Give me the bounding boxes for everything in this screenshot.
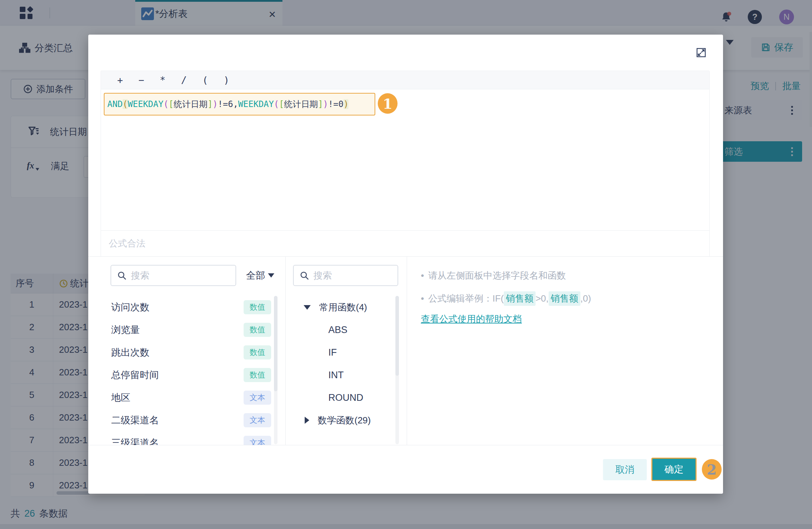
formula-token: !=0 xyxy=(328,99,344,109)
formula-editor: +−*/() AND(WEEKDAY([统计日期])!=6,WEEKDAY([统… xyxy=(101,71,710,256)
operator-button[interactable]: − xyxy=(138,75,144,85)
operator-toolbar: +−*/() xyxy=(101,71,709,89)
field-item[interactable]: 地区文本 xyxy=(88,386,285,409)
field-item[interactable]: 总停留时间数值 xyxy=(88,364,285,386)
formula-token: ] xyxy=(208,99,213,109)
field-item[interactable]: 访问次数数值 xyxy=(88,296,285,319)
field-item[interactable]: 三级渠道名文本 xyxy=(88,432,285,445)
function-item[interactable]: IF xyxy=(285,341,407,364)
field-name: 访问次数 xyxy=(111,301,149,314)
chevron-down-icon xyxy=(268,273,274,278)
functions-panel: 搜索 常用函数(4)ABSIFINTROUND数学函数(29) xyxy=(285,256,407,445)
field-name: 地区 xyxy=(111,391,130,404)
search-icon xyxy=(117,271,127,280)
operator-button[interactable]: / xyxy=(181,75,187,85)
formula-editor-dialog: +−*/() AND(WEEKDAY([统计日期])!=6,WEEKDAY([统… xyxy=(88,35,723,494)
formula-help-link[interactable]: 查看公式使用的帮助文档 xyxy=(421,313,522,325)
annotation-badge-1: 1 xyxy=(378,93,398,114)
help-text: >0, xyxy=(536,293,549,304)
formula-status-bar: 公式合法 xyxy=(101,230,709,256)
field-type-badge: 文本 xyxy=(244,436,271,445)
formula-token: [ xyxy=(279,99,284,109)
formula-token: ( xyxy=(123,99,127,109)
fields-search-input[interactable]: 搜索 xyxy=(111,265,236,286)
formula-token: WEEKDAY xyxy=(238,99,274,109)
operator-button[interactable]: ) xyxy=(223,75,229,85)
formula-token: ] xyxy=(318,99,323,109)
formula-token: AND xyxy=(107,99,123,109)
function-name: IF xyxy=(328,347,337,358)
formula-token: WEEKDAY xyxy=(128,99,163,109)
function-group-label: 数学函数(29) xyxy=(318,414,371,427)
field-chip: 销售额 xyxy=(504,291,536,306)
help-text: 公式编辑举例：IF( xyxy=(428,292,504,305)
field-type-badge: 文本 xyxy=(244,413,271,427)
field-item[interactable]: 跳出次数数值 xyxy=(88,341,285,364)
function-group-label: 常用函数(4) xyxy=(319,301,367,314)
field-type-badge: 数值 xyxy=(244,368,271,382)
function-item[interactable]: ABS xyxy=(285,319,407,341)
field-name: 浏览量 xyxy=(111,323,140,336)
divider xyxy=(88,445,723,445)
field-chip: 销售额 xyxy=(549,291,580,306)
field-type-filter-dropdown[interactable]: 全部 xyxy=(246,265,274,286)
formula-status-text: 公式合法 xyxy=(109,237,145,250)
formula-token: [ xyxy=(168,99,173,109)
formula-token: ) xyxy=(323,99,328,109)
functions-scrollbar[interactable] xyxy=(395,296,399,444)
formula-token: ( xyxy=(274,99,279,109)
field-name: 跳出次数 xyxy=(111,346,149,359)
formula-token: 统计日期 xyxy=(284,99,318,110)
function-name: INT xyxy=(328,370,344,381)
function-group[interactable]: 数学函数(29) xyxy=(285,409,407,432)
field-type-badge: 数值 xyxy=(244,345,271,359)
field-item[interactable]: 浏览量数值 xyxy=(88,319,285,341)
operator-button[interactable]: * xyxy=(160,75,166,85)
function-item[interactable]: ROUND xyxy=(285,386,407,409)
search-icon xyxy=(299,271,309,280)
formula-token: ) xyxy=(344,99,348,109)
caret-down-icon[interactable] xyxy=(304,305,311,310)
help-hint-1: •请从左侧面板中选择字段名和函数 xyxy=(421,269,566,282)
fields-panel: 搜索 全部 访问次数数值浏览量数值跳出次数数值总停留时间数值地区文本二级渠道名文… xyxy=(88,256,285,445)
formula-token: !=6, xyxy=(218,99,238,109)
field-type-badge: 数值 xyxy=(244,323,271,337)
field-name: 二级渠道名 xyxy=(111,414,159,427)
cancel-button[interactable]: 取消 xyxy=(603,459,647,480)
function-name: ROUND xyxy=(328,392,363,403)
field-name: 三级渠道名 xyxy=(111,436,159,445)
help-text: ,0) xyxy=(580,293,591,304)
fields-scrollbar[interactable] xyxy=(274,296,277,444)
search-placeholder: 搜索 xyxy=(131,269,149,282)
expand-icon[interactable] xyxy=(696,48,706,58)
operator-button[interactable]: ( xyxy=(202,75,208,85)
field-type-badge: 数值 xyxy=(244,300,271,314)
annotation-badge-2: 2 xyxy=(702,459,722,480)
function-group[interactable]: 常用函数(4) xyxy=(285,296,407,319)
formula-input[interactable]: AND(WEEKDAY([统计日期])!=6,WEEKDAY([统计日期])!=… xyxy=(104,93,375,115)
formula-token: ( xyxy=(163,99,168,109)
operator-button[interactable]: + xyxy=(117,75,123,85)
help-panel: •请从左侧面板中选择字段名和函数 • 公式编辑举例：IF(销售额>0,销售额,0… xyxy=(407,256,723,445)
function-item[interactable]: INT xyxy=(285,364,407,386)
field-item[interactable]: 二级渠道名文本 xyxy=(88,409,285,432)
formula-token: ) xyxy=(213,99,217,109)
function-name: ABS xyxy=(328,325,347,335)
field-type-badge: 文本 xyxy=(244,391,271,405)
search-placeholder: 搜索 xyxy=(314,269,332,282)
field-name: 总停留时间 xyxy=(111,369,159,381)
functions-search-input[interactable]: 搜索 xyxy=(293,265,398,286)
confirm-button[interactable]: 确定 xyxy=(651,458,697,481)
help-hint-2: • 公式编辑举例：IF(销售额>0,销售额,0) xyxy=(421,291,591,306)
caret-right-icon[interactable] xyxy=(305,417,309,424)
formula-token: 统计日期 xyxy=(174,99,208,110)
